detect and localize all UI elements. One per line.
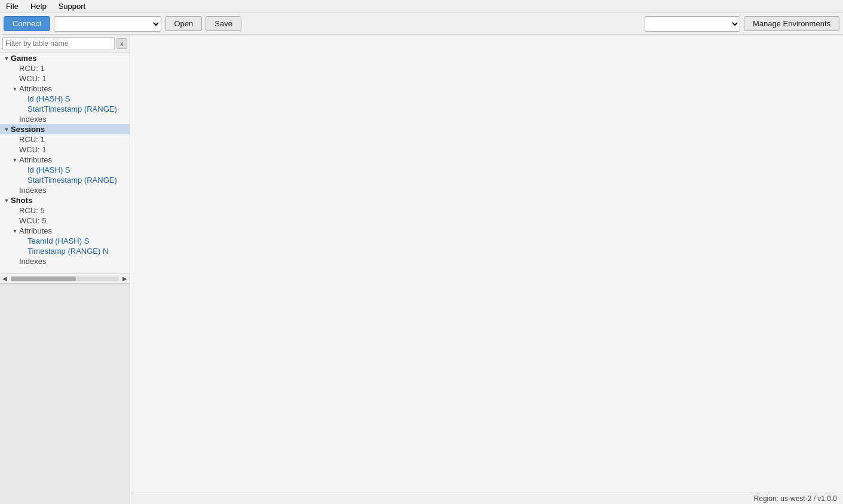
tree-item-shots-attr-teamid[interactable]: TeamId (HASH) S — [0, 236, 130, 246]
tree-item-shots-rcu[interactable]: RCU: 5 — [0, 205, 130, 216]
tree-item-shots-indexes[interactable]: Indexes — [0, 256, 130, 266]
tree-item-games-attributes[interactable]: ▼Attributes — [0, 84, 130, 94]
tree-label-games-attributes: Attributes — [19, 84, 52, 93]
tree-item-sessions-attr-ts[interactable]: StartTimestamp (RANGE) — [0, 175, 130, 185]
tree-label-shots-rcu: RCU: 5 — [19, 206, 45, 215]
env-select[interactable] — [645, 16, 740, 32]
region-label: Region: us-west-2 / v1.0.0 — [754, 494, 837, 503]
expand-icon-shots-attributes[interactable]: ▼ — [11, 228, 19, 234]
tree-item-shots-attributes[interactable]: ▼Attributes — [0, 226, 130, 236]
scroll-track[interactable] — [11, 276, 119, 281]
tree-label-sessions-indexes: Indexes — [19, 186, 47, 195]
expand-icon-games[interactable]: ▼ — [2, 56, 11, 62]
status-bar: Region: us-west-2 / v1.0.0 — [130, 493, 843, 504]
tree-label-shots-attributes: Attributes — [19, 226, 52, 235]
tree-label-games-rcu: RCU: 1 — [19, 64, 45, 73]
tree-container[interactable]: ▼GamesRCU: 1WCU: 1▼AttributesId (HASH) S… — [0, 53, 130, 273]
tree-label-games-attr-ts: StartTimestamp (RANGE) — [27, 105, 117, 113]
tree-item-games-rcu[interactable]: RCU: 1 — [0, 63, 130, 73]
sidebar-bottom — [0, 283, 130, 504]
tree-label-games-wcu: WCU: 1 — [19, 74, 47, 83]
menu-support[interactable]: Support — [55, 1, 90, 12]
tree-item-shots[interactable]: ▼Shots — [0, 195, 130, 205]
scroll-right-arrow[interactable]: ▶ — [120, 274, 130, 284]
tree-item-sessions[interactable]: ▼Sessions — [0, 124, 130, 134]
tree-label-games-indexes: Indexes — [19, 115, 47, 124]
tree-item-sessions-indexes[interactable]: Indexes — [0, 185, 130, 195]
tree-scroll-x: ◀ ▶ — [0, 273, 130, 283]
scroll-thumb — [11, 276, 76, 281]
tree-label-sessions-attr-ts: StartTimestamp (RANGE) — [27, 176, 117, 185]
menu-bar: File Help Support — [0, 0, 843, 13]
tree-label-shots-indexes: Indexes — [19, 257, 47, 266]
expand-icon-sessions[interactable]: ▼ — [2, 127, 11, 133]
tree-item-games-wcu[interactable]: WCU: 1 — [0, 73, 130, 84]
menu-help[interactable]: Help — [27, 1, 50, 12]
tree-item-games-attr-id[interactable]: Id (HASH) S — [0, 94, 130, 104]
expand-icon-shots[interactable]: ▼ — [2, 198, 11, 204]
tree-item-games-attr-ts[interactable]: StartTimestamp (RANGE) — [0, 104, 130, 114]
table-filter-input[interactable] — [2, 37, 115, 50]
tree-label-shots-attr-teamid: TeamId (HASH) S — [27, 236, 89, 245]
manage-env-button[interactable]: Manage Environments — [744, 16, 839, 31]
tree-label-sessions-attr-id: Id (HASH) S — [27, 165, 70, 174]
tree-label-games-attr-id: Id (HASH) S — [27, 94, 70, 103]
tree-label-sessions: Sessions — [11, 125, 45, 134]
tree-label-shots-wcu: WCU: 5 — [19, 216, 47, 225]
expand-icon-games-attributes[interactable]: ▼ — [11, 86, 19, 92]
tree-item-shots-wcu[interactable]: WCU: 5 — [0, 216, 130, 226]
scroll-left-arrow[interactable]: ◀ — [0, 274, 10, 284]
filter-clear-button[interactable]: x — [117, 38, 127, 49]
content-area — [130, 35, 843, 504]
connect-button[interactable]: Connect — [4, 16, 50, 31]
tree-item-sessions-wcu[interactable]: WCU: 1 — [0, 145, 130, 155]
tree-label-shots: Shots — [11, 196, 32, 205]
tree-label-games: Games — [11, 54, 36, 63]
toolbar: Connect Open Save Manage Environments — [0, 13, 843, 35]
query-select[interactable] — [54, 16, 161, 32]
save-button[interactable]: Save — [206, 16, 241, 31]
sidebar-filter-bar: x — [0, 35, 130, 53]
tree-item-sessions-attributes[interactable]: ▼Attributes — [0, 155, 130, 165]
tree-label-sessions-attributes: Attributes — [19, 155, 52, 164]
tree-item-sessions-attr-id[interactable]: Id (HASH) S — [0, 165, 130, 175]
tree-item-games-indexes[interactable]: Indexes — [0, 114, 130, 124]
expand-icon-sessions-attributes[interactable]: ▼ — [11, 157, 19, 163]
open-button[interactable]: Open — [165, 16, 202, 31]
main-layout: x ▼GamesRCU: 1WCU: 1▼AttributesId (HASH)… — [0, 35, 843, 504]
tree-label-shots-attr-timestamp: Timestamp (RANGE) N — [27, 247, 108, 256]
tree-item-shots-attr-timestamp[interactable]: Timestamp (RANGE) N — [0, 246, 130, 256]
menu-file[interactable]: File — [2, 1, 22, 12]
tree-item-sessions-rcu[interactable]: RCU: 1 — [0, 134, 130, 145]
tree-label-sessions-wcu: WCU: 1 — [19, 145, 47, 154]
tree-item-games[interactable]: ▼Games — [0, 53, 130, 63]
sidebar: x ▼GamesRCU: 1WCU: 1▼AttributesId (HASH)… — [0, 35, 130, 504]
tree-label-sessions-rcu: RCU: 1 — [19, 135, 45, 144]
